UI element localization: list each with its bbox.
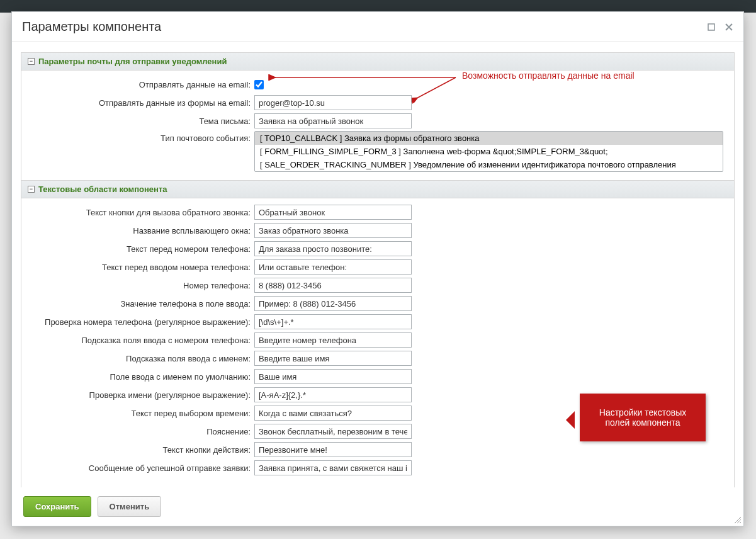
modal-body: − Параметры почты для отправки уведомлен… <box>12 42 743 487</box>
select-event-type[interactable]: [ TOP10_CALLBACK ] Заявка из формы обрат… <box>254 131 723 172</box>
text-field-row: Название всплывающего окна: <box>28 222 728 239</box>
text-field-label: Пояснение: <box>28 427 254 436</box>
component-params-modal: Параметры компонента − Параметры почты д… <box>11 11 744 526</box>
label-send-email: Отправлять данные на email: <box>28 80 254 89</box>
text-field-row: Значение телефона в поле ввода: <box>28 295 728 312</box>
close-icon[interactable] <box>725 23 733 31</box>
modal-footer: Сохранить Отменить <box>12 487 743 526</box>
event-option[interactable]: [ SALE_ORDER_TRACKING_NUMBER ] Уведомлен… <box>255 158 723 171</box>
text-field-row: Текст кнопки для вызова обратного звонка… <box>28 204 728 220</box>
text-field-row: Подсказка поля ввода с номером телефона: <box>28 332 728 348</box>
text-field-label: Подсказка поля ввода с номером телефона: <box>28 336 254 345</box>
text-field-label: Подсказка поля ввода с именем: <box>28 354 254 363</box>
collapse-icon[interactable]: − <box>28 58 35 65</box>
text-field-row: Текст кнопки действия: <box>28 441 728 458</box>
text-field-label: Номер телефона: <box>28 281 254 290</box>
text-field-row: Текст перед номером телефона: <box>28 241 728 257</box>
text-field-input[interactable] <box>254 406 412 421</box>
checkbox-send-email[interactable] <box>254 80 264 89</box>
event-option[interactable]: [ TOP10_CALLBACK ] Заявка из формы обрат… <box>255 132 723 145</box>
text-field-input[interactable] <box>254 369 412 384</box>
input-subject[interactable] <box>254 113 412 128</box>
text-field-input[interactable] <box>254 442 412 457</box>
text-field-input[interactable] <box>254 241 412 256</box>
text-field-input[interactable] <box>254 332 412 348</box>
text-field-input[interactable] <box>254 424 412 439</box>
section-mail-title: Параметры почты для отправки уведомлений <box>38 57 227 66</box>
section-text-title: Текстовые области компонента <box>38 184 167 194</box>
modal-title: Параметры компонента <box>22 20 707 34</box>
scroll-container[interactable]: − Параметры почты для отправки уведомлен… <box>21 52 735 487</box>
section-text-body: Настройки текстовых полей компонента Тек… <box>21 198 734 484</box>
text-field-label: Значение телефона в поле ввода: <box>28 299 254 309</box>
maximize-icon[interactable] <box>707 23 716 31</box>
text-field-label: Проверка номера телефона (регулярное выр… <box>28 317 254 327</box>
cancel-button[interactable]: Отменить <box>98 496 162 517</box>
section-text-header[interactable]: − Текстовые области компонента <box>21 180 734 198</box>
text-field-label: Проверка имени (регулярное выражение): <box>28 390 254 400</box>
text-field-label: Название всплывающего окна: <box>28 226 254 235</box>
svg-line-2 <box>417 77 456 98</box>
text-field-label: Текст кнопки для вызова обратного звонка… <box>28 208 254 217</box>
text-field-label: Сообщение об успешной отправке заявки: <box>28 463 254 473</box>
text-field-row: Сообщение об успешной отправке заявки: <box>28 460 728 476</box>
text-field-row: Подсказка поля ввода с именем: <box>28 350 728 366</box>
resize-grip[interactable] <box>733 516 742 525</box>
top-toolbar-shadow <box>0 0 756 13</box>
save-button[interactable]: Сохранить <box>23 496 91 517</box>
text-field-input[interactable] <box>254 296 412 311</box>
email-annotation: Возможность отправлять данные на email <box>462 71 635 81</box>
label-event-type: Тип почтового события: <box>28 131 254 143</box>
callout-text-fields: Настройки текстовых полей компонента <box>580 394 706 441</box>
text-field-row: Проверка номера телефона (регулярное выр… <box>28 314 728 330</box>
text-field-input[interactable] <box>254 314 412 329</box>
collapse-icon[interactable]: − <box>28 186 35 193</box>
text-field-row: Текст перед вводом номера телефона: <box>28 259 728 275</box>
text-field-row: Номер телефона: <box>28 277 728 293</box>
modal-header: Параметры компонента <box>12 12 743 42</box>
text-field-row: Поле ввода с именем по умолчанию: <box>28 368 728 385</box>
text-field-input[interactable] <box>254 259 412 275</box>
label-subject: Тема письма: <box>28 116 254 126</box>
text-field-label: Текст перед выбором времени: <box>28 409 254 418</box>
svg-rect-0 <box>708 24 714 30</box>
label-form-email: Отправлять данные из формы на email: <box>28 98 254 108</box>
text-field-input[interactable] <box>254 387 412 402</box>
text-field-input[interactable] <box>254 223 412 238</box>
text-field-label: Текст кнопки действия: <box>28 445 254 455</box>
text-field-label: Поле ввода с именем по умолчанию: <box>28 372 254 382</box>
text-field-input[interactable] <box>254 351 412 366</box>
text-field-input[interactable] <box>254 460 412 475</box>
event-option[interactable]: [ FORM_FILLING_SIMPLE_FORM_3 ] Заполнена… <box>255 145 723 158</box>
section-mail-header[interactable]: − Параметры почты для отправки уведомлен… <box>21 53 734 71</box>
text-field-label: Текст перед номером телефона: <box>28 244 254 254</box>
section-mail-body: Возможность отправлять данные на email О… <box>21 71 734 180</box>
text-field-label: Текст перед вводом номера телефона: <box>28 263 254 272</box>
text-field-input[interactable] <box>254 278 412 293</box>
text-field-input[interactable] <box>254 205 412 220</box>
